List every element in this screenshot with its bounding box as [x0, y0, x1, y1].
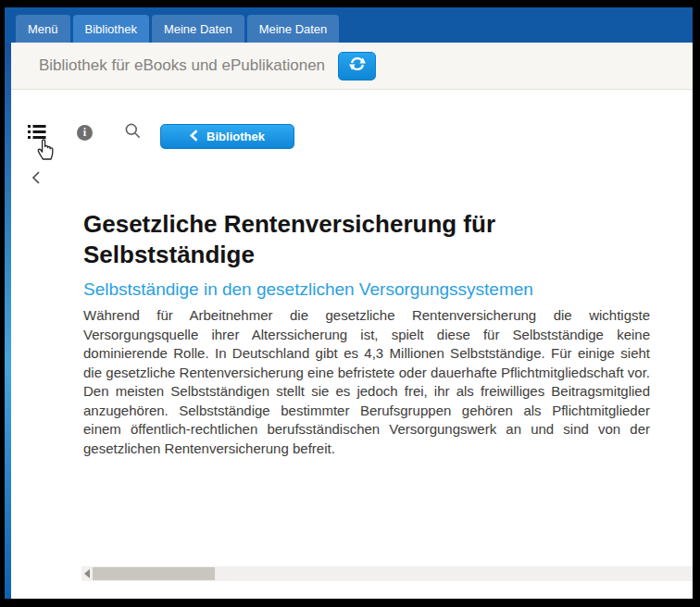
chevron-left-icon — [190, 130, 198, 144]
scrollbar-thumb[interactable] — [93, 567, 215, 580]
tab-meine-daten-2[interactable]: Meine Daten — [247, 15, 340, 43]
header: Bibliothek für eBooks und ePublikationen — [11, 43, 693, 90]
tab-bar: Menü Bibliothek Meine Daten Meine Daten — [5, 7, 693, 43]
app-window: Menü Bibliothek Meine Daten Meine Daten … — [5, 7, 693, 599]
tab-bibliothek[interactable]: Bibliothek — [73, 15, 149, 43]
horizontal-scrollbar[interactable] — [81, 566, 693, 581]
refresh-button[interactable] — [338, 52, 376, 81]
refresh-icon — [348, 55, 367, 77]
table-of-contents-icon[interactable] — [28, 124, 46, 140]
search-icon[interactable] — [124, 122, 142, 140]
screen: Menü Bibliothek Meine Daten Meine Daten … — [0, 0, 700, 607]
article-subtitle: Selbstständige in den gesetzlichen Verso… — [83, 279, 650, 301]
tab-menu[interactable]: Menü — [16, 15, 70, 43]
article-body: Während für Arbeitnehmer die gesetzliche… — [83, 306, 650, 458]
article: Gesetzliche Rentenversicherung für Selbs… — [83, 209, 650, 458]
info-icon[interactable]: i — [77, 125, 93, 141]
app-title: Bibliothek für eBooks und ePublikationen — [39, 56, 325, 75]
left-accent-strip — [5, 43, 11, 599]
tab-meine-daten[interactable]: Meine Daten — [152, 15, 244, 43]
back-to-library-button[interactable]: Bibliothek — [160, 124, 294, 149]
back-button-label: Bibliothek — [206, 130, 265, 143]
scroll-left-arrow-icon[interactable] — [84, 569, 90, 578]
page-title: Gesetzliche Rentenversicherung für Selbs… — [83, 209, 650, 270]
page-back-chevron[interactable] — [31, 170, 42, 185]
